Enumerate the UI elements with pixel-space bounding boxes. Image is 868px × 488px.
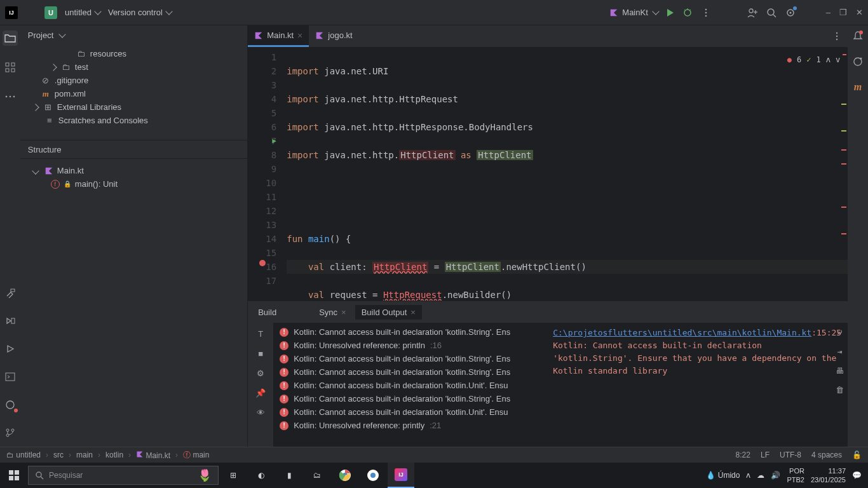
close-icon[interactable]: × [297, 30, 302, 41]
build-message-row[interactable]: !Kotlin: Cannot access built-in declarat… [273, 379, 546, 392]
kebab-icon [702, 8, 710, 17]
scroll-to-end-button[interactable]: ⇥ [836, 346, 844, 358]
run-button[interactable] [667, 9, 674, 17]
editor-body[interactable]: 123456 ▶7 89101112131415 16 17 import ja… [248, 48, 848, 301]
error-stripe[interactable] [840, 48, 848, 301]
breadcrumb-item[interactable]: main [76, 451, 93, 459]
build-pin-button[interactable]: 📌 [255, 388, 266, 398]
breadcrumb-item[interactable]: 🗀 untitled [6, 451, 41, 459]
hamburger-icon[interactable] [25, 9, 37, 17]
terminal-tool-button[interactable] [3, 369, 18, 384]
weather-widget[interactable]: 💧 Úmido [706, 471, 740, 480]
build-view-button[interactable]: 👁 [257, 408, 265, 417]
close-icon[interactable]: × [410, 308, 416, 317]
build-message-list[interactable]: !Kotlin: Cannot access built-in declarat… [273, 323, 546, 447]
line-separator[interactable]: LF [761, 451, 770, 459]
settings-button[interactable] [785, 8, 796, 18]
editor-tab-jogo[interactable]: jogo.kt [309, 25, 358, 47]
tree-item-ext-libs[interactable]: ⊞External Libraries [25, 100, 242, 114]
breakpoint-icon[interactable] [259, 260, 266, 266]
project-tool-button[interactable] [3, 30, 18, 46]
caret-position[interactable]: 8:22 [736, 451, 750, 459]
tree-item-test[interactable]: 🗀test [25, 60, 242, 74]
terminal-app[interactable]: ▮ [276, 463, 302, 488]
build-message-row[interactable]: !Kotlin: Unresolved reference: println :… [273, 339, 546, 352]
chrome-app[interactable] [332, 463, 358, 488]
breadcrumb-item[interactable]: ⓕ main [183, 450, 209, 461]
task-view-button[interactable]: ⊞ [220, 463, 247, 488]
tree-item-resources[interactable]: 🗀resources [25, 47, 242, 60]
build-message-row[interactable]: !Kotlin: Cannot access built-in declarat… [273, 405, 546, 419]
build-message-row[interactable]: !Kotlin: Cannot access built-in declarat… [273, 365, 546, 379]
file-encoding[interactable]: UTF-8 [780, 451, 801, 459]
build-stop-button[interactable]: ■ [258, 349, 263, 358]
run-config-dropdown[interactable]: MainKt [609, 8, 658, 17]
tree-item-scratches[interactable]: ≡Scratches and Consoles [25, 114, 242, 127]
clock[interactable]: 11:3723/01/2025 [811, 466, 846, 484]
tree-item-pom[interactable]: mpom.xml [25, 87, 242, 100]
onedrive-icon[interactable]: ☁ [757, 471, 764, 480]
tray-chevron[interactable]: ʌ [746, 471, 750, 480]
close-icon[interactable]: × [341, 308, 346, 317]
soft-wrap-button[interactable]: ⤶ [836, 327, 844, 339]
vcs-dropdown[interactable]: Version control [108, 8, 172, 17]
project-name-dropdown[interactable]: untitled [65, 8, 100, 17]
code-content[interactable]: import java.net.URI import java.net.http… [283, 48, 848, 301]
language-indicator[interactable]: PORPTB2 [787, 466, 804, 484]
breadcrumb-item[interactable]: kotlin [105, 451, 123, 459]
inspections-widget[interactable]: ●6 ✓1 ʌ v [785, 51, 843, 68]
ai-assistant-button[interactable] [853, 57, 863, 69]
build-settings-button[interactable]: ⚙ [257, 369, 264, 378]
copilot-button[interactable]: ◐ [248, 463, 275, 488]
project-panel-header[interactable]: Project [20, 25, 247, 44]
build-expand-button[interactable]: T [258, 329, 263, 339]
build-tab-output[interactable]: Build Output× [355, 305, 422, 320]
build-message-row[interactable]: !Kotlin: Cannot access built-in declarat… [273, 352, 546, 365]
volume-icon[interactable]: 🔊 [771, 471, 780, 480]
window-maximize[interactable]: ❐ [839, 8, 847, 17]
breadcrumb-item[interactable]: Main.kt [136, 451, 170, 460]
more-tools-button[interactable] [3, 89, 18, 104]
code-with-me-button[interactable] [747, 8, 757, 18]
clear-button[interactable]: 🗑 [836, 384, 844, 396]
build-tool-button[interactable] [3, 285, 18, 301]
more-actions-button[interactable] [702, 8, 710, 17]
maven-tool-button[interactable]: m [853, 83, 863, 92]
build-message-row[interactable]: !Kotlin: Unresolved reference: printly :… [273, 419, 546, 432]
search-everywhere-button[interactable] [766, 8, 776, 18]
build-message-row[interactable]: !Kotlin: Cannot access built-in declarat… [273, 392, 546, 405]
services-tool-button[interactable] [3, 313, 18, 329]
structure-file-item[interactable]: Main.kt [25, 164, 242, 177]
structure-tool-button[interactable] [3, 60, 18, 75]
next-highlight[interactable]: v [836, 53, 840, 67]
window-close[interactable]: ✕ [856, 8, 863, 17]
editor-tab-main[interactable]: Main.kt × [248, 25, 309, 47]
structure-member-item[interactable]: f 🔒 main(): Unit [25, 177, 242, 191]
build-message-row[interactable]: !Kotlin: Cannot access built-in declarat… [273, 325, 546, 339]
prev-highlight[interactable]: ʌ [826, 53, 831, 67]
tree-item-gitignore[interactable]: ⊘.gitignore [25, 74, 242, 87]
gutter-run-icon[interactable]: ▶ [272, 134, 276, 148]
breadcrumb[interactable]: 🗀 untitled src main kotlin Main.ktⓕ main [6, 450, 209, 461]
indent-setting[interactable]: 4 spaces [811, 451, 842, 459]
intellij-app[interactable]: IJ [388, 463, 414, 488]
notifications-tray[interactable]: 💬 [852, 471, 862, 480]
start-button[interactable] [1, 463, 27, 488]
tab-options-button[interactable] [832, 32, 841, 41]
structure-panel-header[interactable]: Structure [20, 140, 247, 159]
run-tool-button[interactable] [3, 341, 18, 356]
problems-tool-button[interactable] [3, 397, 18, 412]
window-minimize[interactable]: – [826, 8, 831, 17]
readonly-toggle[interactable]: 🔓 [852, 451, 862, 459]
print-button[interactable]: 🖶 [836, 365, 844, 377]
notifications-button[interactable] [853, 30, 863, 43]
chrome-canary-app[interactable] [360, 463, 386, 488]
debug-button[interactable] [682, 8, 693, 18]
error-file-link[interactable]: C:\projetosflutters\untitled\src\main\ko… [553, 328, 811, 337]
explorer-app[interactable]: 🗂 [304, 463, 330, 488]
vcs-tool-button[interactable] [3, 425, 18, 440]
build-tab-sync[interactable]: Sync× [313, 305, 353, 320]
windows-search[interactable]: Pesquisar 🌷 [28, 466, 219, 485]
run-icon [5, 344, 15, 354]
breadcrumb-item[interactable]: src [53, 451, 64, 459]
